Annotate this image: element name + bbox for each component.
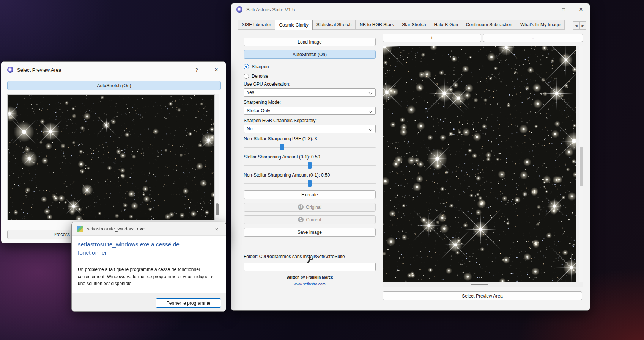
close-icon[interactable]: ×	[208, 64, 225, 76]
chevron-down-icon	[369, 109, 372, 113]
select-preview-area-button[interactable]: Select Preview Area	[383, 291, 582, 300]
rgb-separate-dropdown[interactable]: No	[244, 125, 376, 133]
gpu-dropdown[interactable]: Yes	[244, 88, 376, 97]
denoise-radio-label: Denoise	[252, 74, 268, 79]
help-icon[interactable]: ?	[189, 64, 204, 76]
zoom-out-button[interactable]: -	[483, 34, 583, 42]
close-icon[interactable]: ×	[572, 3, 590, 16]
credit-text: Written by Franklin Marek	[244, 275, 376, 279]
radio-selected-icon	[244, 64, 249, 69]
current-button[interactable]: ↻ Current	[244, 215, 376, 224]
preview-vertical-scrollbar-thumb[interactable]	[216, 203, 219, 215]
website-link-row: www.setiastro.com	[244, 280, 376, 287]
control-panel: Load Image AutoStretch (On) Sharpen Deno…	[244, 3, 376, 311]
current-button-label: Current	[306, 217, 321, 222]
main-window: Seti Astro's Suite V1.5 – □ × XISF Liber…	[231, 3, 590, 311]
website-link[interactable]: www.setiastro.com	[294, 282, 325, 286]
chevron-down-icon	[369, 91, 372, 94]
slider-thumb[interactable]	[308, 162, 312, 169]
maximize-icon[interactable]: □	[555, 3, 572, 16]
zoom-in-button[interactable]: +	[383, 34, 481, 42]
stellar-amount-slider[interactable]	[244, 162, 376, 169]
chevron-down-icon	[369, 127, 372, 131]
redo-icon: ↻	[298, 217, 304, 222]
radio-unselected-icon	[244, 74, 249, 79]
slider-thumb[interactable]	[308, 180, 312, 187]
tab-scroll-right-icon[interactable]: ▶	[579, 21, 586, 30]
dialog-titlebar[interactable]: setiastrosuite_windows.exe	[72, 222, 226, 236]
rgb-separate-label: Sharpen RGB Channels Separately:	[244, 118, 317, 123]
nonstellar-amount-slider[interactable]	[244, 180, 376, 187]
app-icon	[7, 67, 13, 73]
close-icon[interactable]: ×	[208, 223, 225, 235]
dialog-heading: setiastrosuite_windows.exe a cessé de fo…	[78, 240, 205, 257]
denoise-radio[interactable]: Denoise	[244, 74, 268, 79]
preview-autostretch-button[interactable]: AutoStretch (On)	[7, 81, 221, 90]
stellar-amount-label: Stellar Sharpening Amount (0-1): 0.50	[244, 154, 320, 160]
original-button[interactable]: ↺ Original	[244, 203, 376, 212]
horizontal-scrollbar-thumb[interactable]	[471, 284, 488, 285]
select-preview-area-window: Select Preview Area ? × AutoStretch (On)…	[1, 61, 226, 243]
rgb-separate-value: No	[247, 126, 252, 132]
gpu-label: Use GPU Acceleration:	[244, 81, 290, 87]
save-image-button[interactable]: Save Image	[244, 228, 376, 237]
gpu-dropdown-value: Yes	[247, 90, 254, 95]
sharpening-mode-label: Sharpening Mode:	[244, 100, 281, 105]
original-button-label: Original	[306, 205, 321, 210]
sharpening-mode-value: Stellar Only	[247, 108, 270, 113]
slider-track	[244, 147, 376, 148]
dialog-body-text: Un problème a fait que le programme a ce…	[78, 266, 217, 287]
execute-button[interactable]: Execute	[244, 190, 376, 199]
psf-label: Non-Stellar Sharpening PSF (1-8): 3	[244, 136, 317, 141]
starfield-image[interactable]	[383, 46, 576, 282]
load-image-button[interactable]: Load Image	[244, 38, 376, 46]
sharpening-mode-dropdown[interactable]: Stellar Only	[244, 107, 376, 115]
psf-slider[interactable]	[244, 144, 376, 150]
close-program-button[interactable]: Fermer le programme	[156, 298, 221, 308]
minimize-icon[interactable]: –	[537, 3, 555, 16]
tab-halo-b-gon[interactable]: Halo-B-Gon	[430, 20, 462, 30]
app-icon	[236, 6, 242, 13]
sharpen-radio-label: Sharpen	[252, 64, 269, 69]
tab-whats-in-my-image[interactable]: What's In My Image	[516, 20, 565, 30]
preview-window-title: Select Preview Area	[17, 67, 61, 73]
tab-continuum-subtraction[interactable]: Continuum Subtraction	[462, 20, 516, 30]
autostretch-button[interactable]: AutoStretch (On)	[244, 50, 376, 59]
folder-path-label: Folder: C:/Programmes sans install/SetiA…	[244, 254, 345, 259]
image-viewport	[383, 46, 583, 287]
wrench-icon	[305, 255, 314, 266]
nonstellar-amount-label: Non-Stellar Sharpening Amount (0-1): 0.5…	[244, 172, 330, 178]
dialog-title: setiastrosuite_windows.exe	[87, 226, 145, 232]
program-icon	[77, 226, 83, 232]
preview-vertical-scrollbar[interactable]	[215, 94, 219, 219]
desktop: { "colors": { "accent": "#0b6ad0", "auto…	[0, 0, 644, 340]
preview-starfield-image[interactable]	[7, 94, 215, 220]
tab-scroll-left-icon[interactable]: ◀	[573, 21, 579, 30]
slider-thumb[interactable]	[280, 144, 284, 150]
sharpen-radio[interactable]: Sharpen	[244, 64, 269, 69]
vertical-scrollbar[interactable]	[579, 46, 583, 282]
crash-dialog: setiastrosuite_windows.exe × setiastrosu…	[71, 222, 226, 312]
vertical-scrollbar-thumb[interactable]	[580, 147, 583, 186]
undo-icon: ↺	[298, 204, 304, 210]
tab-star-stretch[interactable]: Star Stretch	[398, 20, 430, 30]
